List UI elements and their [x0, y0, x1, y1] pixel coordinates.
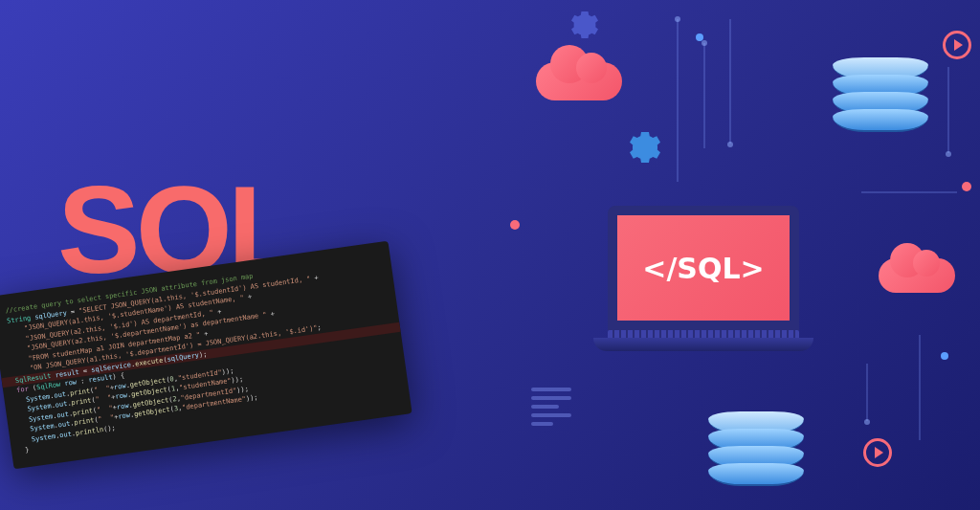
database-icon — [833, 57, 928, 126]
gear-icon — [565, 5, 605, 45]
play-icon — [943, 31, 971, 59]
gear-icon — [622, 124, 668, 170]
laptop-screen: </SQL> — [608, 206, 799, 330]
dot-icon — [962, 182, 971, 191]
circuit-line — [919, 335, 921, 440]
document-lines-icon — [531, 388, 571, 431]
play-icon — [863, 438, 892, 467]
laptop-base — [593, 338, 813, 351]
cloud-icon — [536, 62, 622, 100]
circuit-line — [866, 364, 868, 421]
database-icon — [708, 411, 804, 480]
dot-icon — [510, 220, 520, 230]
circuit-line — [947, 67, 949, 153]
circuit-node — [727, 142, 733, 147]
circuit-node — [864, 419, 870, 425]
dot-icon — [941, 352, 948, 360]
laptop-keyboard — [608, 330, 799, 338]
laptop-screen-text: </SQL> — [642, 252, 764, 285]
laptop-illustration: </SQL> — [593, 206, 813, 351]
circuit-node — [946, 151, 951, 157]
circuit-node — [675, 16, 680, 22]
cloud-icon — [879, 258, 955, 293]
circuit-line — [677, 19, 679, 182]
dot-icon — [696, 33, 703, 41]
circuit-node — [702, 40, 707, 46]
circuit-line — [861, 191, 957, 193]
circuit-line — [703, 43, 705, 148]
circuit-line — [729, 19, 731, 144]
